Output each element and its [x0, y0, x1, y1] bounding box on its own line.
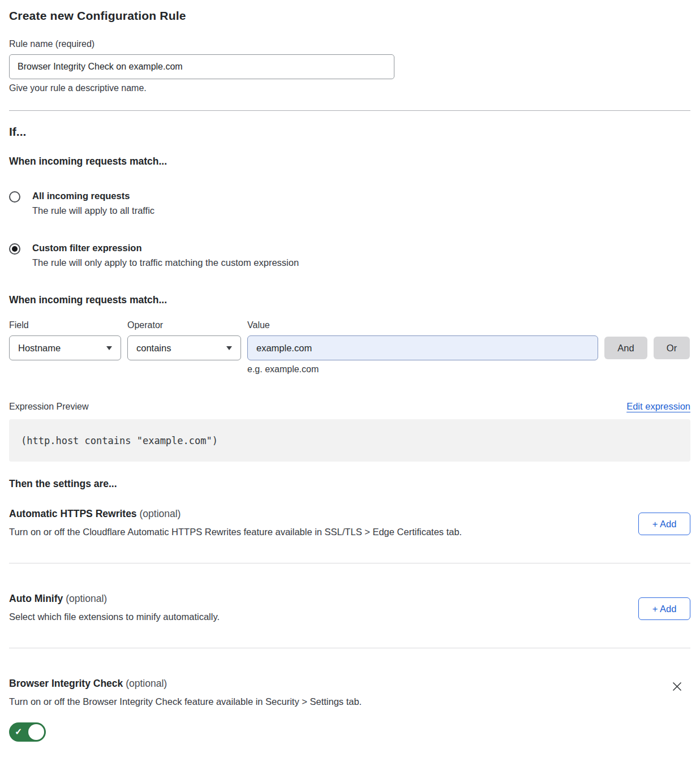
radio-option-label: All incoming requests — [32, 191, 154, 201]
radio-option-custom-filter[interactable]: Custom filter expression The rule will o… — [9, 243, 690, 268]
value-input[interactable] — [247, 335, 598, 360]
optional-label: (optional) — [139, 508, 181, 519]
and-button[interactable]: And — [604, 337, 647, 359]
radio-button-selected[interactable] — [9, 243, 20, 255]
add-auto-minify-button[interactable]: + Add — [638, 597, 690, 620]
optional-label: (optional) — [66, 593, 107, 604]
remove-setting-button[interactable] — [671, 680, 684, 693]
radio-option-description: The rule will apply to all traffic — [32, 205, 154, 216]
radio-option-description: The rule will only apply to traffic matc… — [32, 257, 299, 268]
section-divider — [9, 110, 690, 111]
setting-name: Browser Integrity Check (optional) — [9, 678, 362, 690]
rule-name-help: Give your rule a descriptive name. — [9, 83, 690, 93]
operator-select[interactable]: contains — [127, 335, 241, 360]
or-button[interactable]: Or — [654, 337, 690, 359]
setting-auto-minify: Auto Minify (optional) Select which file… — [9, 593, 690, 622]
setting-browser-integrity-check: Browser Integrity Check (optional) Turn … — [9, 678, 690, 742]
check-icon: ✓ — [15, 728, 22, 737]
expression-builder-labels: Field Operator Value — [9, 320, 690, 330]
field-column-label: Field — [9, 320, 121, 330]
if-heading: If... — [9, 125, 690, 139]
setting-description: Turn on or off the Cloudflare Automatic … — [9, 527, 462, 537]
radio-option-all-requests[interactable]: All incoming requests The rule will appl… — [9, 191, 690, 216]
setting-name: Auto Minify (optional) — [9, 593, 220, 605]
value-column-label: Value — [247, 320, 598, 330]
add-automatic-https-rewrites-button[interactable]: + Add — [638, 513, 690, 535]
radio-button-unselected[interactable] — [9, 191, 20, 203]
chevron-down-icon — [106, 346, 112, 350]
expression-preview-label: Expression Preview — [9, 402, 89, 412]
setting-automatic-https-rewrites: Automatic HTTPS Rewrites (optional) Turn… — [9, 508, 690, 537]
operator-column-label: Operator — [127, 320, 241, 330]
rule-name-input[interactable] — [9, 54, 394, 79]
expression-preview-code: (http.host contains "example.com") — [9, 419, 690, 462]
setting-description: Turn on or off the Browser Integrity Che… — [9, 696, 362, 707]
edit-expression-link[interactable]: Edit expression — [626, 401, 690, 412]
expression-builder-row: Hostname contains And Or — [9, 335, 690, 360]
chevron-down-icon — [226, 346, 232, 350]
page-title: Create new Configuration Rule — [9, 9, 690, 23]
field-select[interactable]: Hostname — [9, 335, 121, 360]
radio-option-label: Custom filter expression — [32, 243, 299, 253]
rule-name-label: Rule name (required) — [9, 39, 690, 49]
close-icon — [672, 681, 682, 692]
operator-select-value: contains — [136, 343, 171, 354]
section-divider — [9, 563, 690, 563]
then-heading: Then the settings are... — [9, 478, 690, 490]
section-divider — [9, 648, 690, 648]
setting-description: Select which file extensions to minify a… — [9, 612, 220, 622]
expression-preview-header: Expression Preview Edit expression — [9, 401, 690, 412]
toggle-knob — [28, 724, 44, 740]
value-help-text: e.g. example.com — [247, 364, 690, 375]
field-select-value: Hostname — [18, 343, 61, 354]
expression-builder-heading: When incoming requests match... — [9, 294, 690, 306]
setting-name: Automatic HTTPS Rewrites (optional) — [9, 508, 462, 520]
match-heading: When incoming requests match... — [9, 156, 690, 167]
browser-integrity-check-toggle[interactable]: ✓ — [9, 722, 46, 742]
optional-label: (optional) — [126, 678, 167, 689]
